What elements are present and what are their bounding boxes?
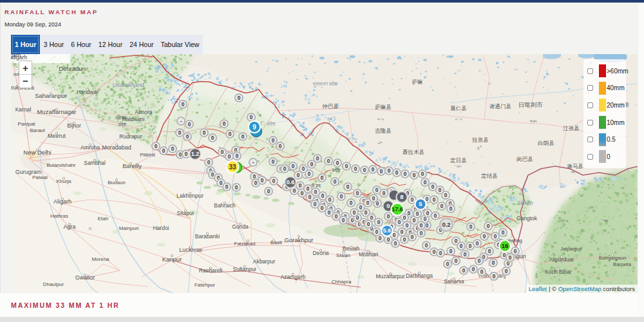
svg-text:0: 0: [404, 171, 407, 177]
svg-text:5.6: 5.6: [383, 227, 392, 234]
svg-text:定日县: 定日县: [450, 157, 467, 164]
svg-text:Bareilly: Bareilly: [122, 163, 142, 169]
svg-text:康马县: 康马县: [567, 163, 583, 169]
svg-text:0: 0: [420, 231, 423, 236]
svg-text:0: 0: [401, 229, 404, 235]
svg-text:0: 0: [308, 171, 311, 177]
svg-text:Mainpuri: Mainpuri: [119, 225, 139, 231]
svg-text:0: 0: [334, 179, 337, 185]
svg-text:0: 0: [297, 173, 300, 178]
svg-text:0: 0: [229, 131, 232, 137]
svg-text:-: -: [180, 118, 182, 124]
svg-text:0: 0: [316, 156, 319, 162]
svg-text:江孜县: 江孜县: [563, 125, 580, 131]
svg-text:0: 0: [439, 187, 442, 193]
svg-text:0: 0: [411, 234, 414, 240]
svg-text:0: 0: [480, 269, 484, 275]
svg-text:0: 0: [335, 214, 338, 220]
svg-text:0: 0: [502, 230, 505, 236]
svg-text:0: 0: [493, 274, 496, 279]
svg-text:0: 0: [162, 148, 166, 154]
svg-text:0: 0: [211, 135, 214, 141]
svg-text:Sikkim: Sikkim: [516, 200, 533, 206]
svg-text:0: 0: [505, 269, 508, 274]
svg-text:0: 0: [488, 249, 491, 254]
svg-text:0: 0: [492, 260, 495, 266]
svg-text:0: 0: [425, 243, 428, 249]
svg-text:定结县: 定结县: [480, 173, 498, 179]
svg-text:0: 0: [450, 206, 453, 212]
svg-text:0: 0: [350, 200, 353, 206]
svg-text:0: 0: [440, 204, 444, 209]
svg-text:拉孜县: 拉孜县: [471, 137, 489, 143]
svg-text:Dhaulpur: Dhaulpur: [43, 281, 64, 287]
svg-text:0: 0: [223, 121, 226, 127]
svg-text:0: 0: [387, 237, 390, 243]
svg-text:0: 0: [411, 197, 414, 203]
svg-text:0: 0: [221, 149, 224, 155]
svg-text:0: 0: [336, 160, 339, 166]
svg-text:0: 0: [272, 138, 275, 144]
svg-text:0: 0: [462, 268, 466, 274]
svg-text:0: 0: [416, 211, 419, 217]
svg-text:0: 0: [267, 189, 270, 194]
svg-text:9: 9: [252, 124, 256, 131]
svg-text:0: 0: [383, 191, 386, 196]
svg-text:0: 0: [375, 187, 379, 193]
svg-text:Barpeta: Barpeta: [613, 261, 632, 267]
svg-text:17.6: 17.6: [392, 206, 403, 213]
svg-text:0: 0: [433, 197, 436, 203]
svg-text:0: 0: [299, 183, 302, 189]
svg-text:0: 0: [478, 258, 481, 264]
svg-text:0: 0: [420, 223, 423, 229]
svg-text:0: 0: [450, 249, 453, 254]
svg-text:0: 0: [342, 218, 345, 223]
svg-text:Hathras: Hathras: [50, 213, 68, 219]
svg-text:0: 0: [476, 241, 479, 247]
svg-text:Uttarakhand: Uttarakhand: [112, 82, 144, 88]
svg-text:0: 0: [421, 171, 424, 177]
svg-text:0: 0: [186, 134, 189, 140]
svg-text:0: 0: [398, 220, 401, 225]
svg-text:0: 0: [321, 193, 325, 199]
svg-text:0: 0: [487, 223, 490, 229]
svg-text:0: 0: [387, 214, 390, 220]
svg-text:0: 0: [321, 175, 324, 181]
svg-text:0: 0: [272, 178, 276, 184]
svg-text:Bulandshahr: Bulandshahr: [47, 162, 76, 168]
svg-text:0: 0: [365, 210, 368, 216]
svg-text:0: 0: [388, 168, 391, 174]
svg-text:0: 0: [250, 115, 253, 120]
svg-text:0.6: 0.6: [287, 179, 295, 185]
svg-text:0: 0: [431, 184, 435, 190]
svg-text:岗巴县: 岗巴县: [516, 156, 533, 162]
svg-text:0: 0: [171, 146, 175, 152]
svg-text:白朗县: 白朗县: [538, 140, 554, 146]
svg-text:0: 0: [293, 188, 296, 194]
svg-text:0: 0: [307, 186, 310, 192]
svg-text:33: 33: [229, 164, 236, 171]
svg-text:0: 0: [359, 205, 363, 211]
svg-text:谢通门县: 谢通门县: [489, 103, 512, 109]
svg-text:0: 0: [469, 243, 472, 249]
svg-text:0: 0: [321, 205, 324, 211]
svg-text:0: 0: [328, 210, 331, 216]
svg-text:Akbarpur: Akbarpur: [253, 258, 276, 265]
svg-text:0: 0: [155, 144, 158, 149]
svg-text:0: 0: [228, 154, 231, 160]
svg-text:0: 0: [472, 267, 475, 272]
svg-text:0: 0: [372, 167, 375, 173]
svg-text:0: 0: [444, 193, 448, 198]
svg-text:0: 0: [346, 184, 350, 190]
svg-text:0: 0: [242, 134, 245, 140]
svg-text:0: 0: [380, 169, 383, 175]
svg-text:0: 0: [509, 255, 512, 261]
svg-text:0: 0: [446, 261, 450, 267]
svg-text:0: 0: [406, 223, 409, 229]
svg-text:0.2: 0.2: [442, 221, 450, 228]
svg-text:Faizabad: Faizabad: [234, 241, 256, 247]
svg-text:Gangtok: Gangtok: [516, 215, 538, 222]
svg-text:0: 0: [272, 159, 275, 165]
svg-text:0: 0: [354, 166, 357, 172]
svg-text:仲巴县: 仲巴县: [321, 103, 339, 109]
